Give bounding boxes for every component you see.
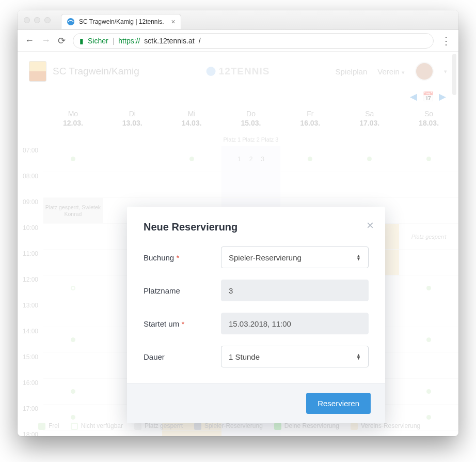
browser-menu-icon[interactable]: ⋮	[441, 35, 451, 47]
secure-label: Sicher	[88, 37, 108, 45]
select-arrows-icon: ▲▼	[356, 254, 361, 260]
back-button[interactable]: ←	[25, 35, 34, 46]
buchung-select[interactable]: Spieler-Reservierung ▲▼	[221, 247, 369, 268]
app-viewport: SC Tragwein/Kamig 12TENNIS Spielplan Ver…	[18, 52, 458, 436]
dauer-select[interactable]: 1 Stunde ▲▼	[221, 346, 369, 367]
platzname-label: Platzname	[144, 286, 221, 295]
lock-icon: ▮	[80, 37, 84, 45]
traffic-close-icon[interactable]	[24, 17, 30, 23]
dauer-label: Dauer	[144, 352, 221, 361]
browser-window: SC Tragwein/Kamig | 12tennis. × ← → ⟳ ▮ …	[18, 10, 458, 436]
browser-addressbar: ← → ⟳ ▮ Sicher | https://sctk.12tennis.a…	[18, 30, 458, 52]
platzname-field: 3	[221, 280, 369, 301]
window-titlebar: SC Tragwein/Kamig | 12tennis. ×	[18, 10, 458, 30]
traffic-min-icon[interactable]	[34, 17, 40, 23]
tab-favicon	[67, 18, 75, 26]
reload-button[interactable]: ⟳	[58, 35, 66, 47]
modal-title: Neue Reservierung	[144, 221, 369, 233]
reservation-modal: × Neue Reservierung Buchung * Spieler-Re…	[127, 207, 385, 423]
traffic-max-icon[interactable]	[44, 17, 51, 23]
url-host: sctk.12tennis.at	[144, 37, 194, 45]
select-arrows-icon: ▲▼	[356, 353, 361, 360]
browser-tab[interactable]: SC Tragwein/Kamig | 12tennis. ×	[61, 14, 181, 29]
startet-label: Startet um *	[144, 319, 221, 328]
reservieren-button[interactable]: Reservieren	[306, 393, 371, 414]
buchung-label: Buchung *	[144, 253, 221, 262]
url-scheme: https://	[118, 37, 140, 45]
tab-close-icon[interactable]: ×	[171, 18, 176, 26]
window-controls[interactable]	[24, 17, 51, 23]
startet-field: 15.03.2018, 11:00	[221, 313, 369, 334]
url-input[interactable]: ▮ Sicher | https://sctk.12tennis.at/	[73, 33, 434, 49]
forward-button[interactable]: →	[41, 35, 51, 46]
tab-title: SC Tragwein/Kamig | 12tennis.	[79, 18, 164, 25]
close-icon[interactable]: ×	[367, 218, 374, 233]
url-path: /	[199, 37, 201, 45]
